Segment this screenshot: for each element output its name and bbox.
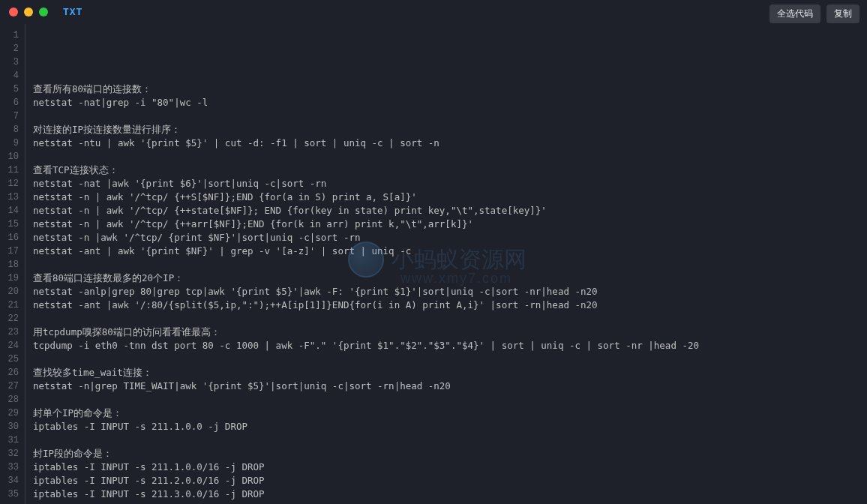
code-line: iptables -I INPUT -s 211.3.0.0/16 -j DRO…	[33, 488, 867, 501]
code-line: 封单个IP的命令是：	[33, 406, 867, 420]
code-line: netstat -ntu | awk '{print $5}' | cut -d…	[33, 136, 867, 150]
line-number: 29	[0, 406, 19, 420]
code-line	[33, 393, 867, 406]
line-number: 24	[0, 339, 19, 352]
maximize-icon[interactable]	[39, 8, 48, 16]
file-type-label: TXT	[63, 7, 82, 18]
code-line: tcpdump -i eth0 -tnn dst port 80 -c 1000…	[33, 339, 867, 352]
code-line: 查看所有80端口的连接数：	[33, 82, 867, 96]
line-number: 31	[0, 434, 19, 447]
line-number: 32	[0, 447, 19, 460]
line-number: 7	[0, 110, 19, 123]
code-line: iptables -I INPUT -s 211.2.0.0/16 -j DRO…	[33, 474, 867, 488]
line-number: 16	[0, 231, 19, 244]
code-line: 对连接的IP按连接数量进行排序：	[33, 123, 867, 136]
line-number: 14	[0, 204, 19, 218]
code-line: netstat -n | awk '/^tcp/ {++state[$NF]};…	[33, 204, 867, 218]
line-number: 9	[0, 136, 19, 150]
line-number: 6	[0, 96, 19, 110]
code-line: netstat -nat|grep -i "80"|wc -l	[33, 96, 867, 110]
code-line	[33, 110, 867, 123]
code-line: iptables -I INPUT -s 211.1.0.0/16 -j DRO…	[33, 460, 867, 474]
line-number: 20	[0, 285, 19, 298]
line-number: 30	[0, 420, 19, 434]
line-number: 18	[0, 258, 19, 272]
line-number: 21	[0, 298, 19, 312]
line-number: 11	[0, 164, 19, 177]
line-number: 13	[0, 190, 19, 204]
code-line: netstat -n | awk '/^tcp/ {++arr[$NF]};EN…	[33, 218, 867, 231]
line-number: 26	[0, 366, 19, 380]
code-line	[33, 69, 867, 82]
code-line: netstat -nat |awk '{print $6}'|sort|uniq…	[33, 177, 867, 190]
code-line: netstat -ant | awk '{print $NF}' | grep …	[33, 244, 867, 258]
line-number-gutter: 1234567891011121314151617181920212223242…	[0, 24, 26, 504]
titlebar: TXT	[0, 0, 867, 24]
code-line: netstat -anlp|grep 80|grep tcp|awk '{pri…	[33, 285, 867, 298]
line-number: 35	[0, 488, 19, 501]
code-line: netstat -n |awk '/^tcp/ {print $NF}'|sor…	[33, 231, 867, 244]
code-line: netstat -n | awk '/^tcp/ {++S[$NF]};END …	[33, 190, 867, 204]
toolbar: 全选代码 复制	[770, 4, 860, 23]
line-number: 22	[0, 312, 19, 326]
code-line: netstat -n|grep TIME_WAIT|awk '{print $5…	[33, 380, 867, 393]
code-line: 用tcpdump嗅探80端口的访问看看谁最高：	[33, 326, 867, 339]
code-line: 查找较多time_wait连接：	[33, 366, 867, 380]
code-editor: 1234567891011121314151617181920212223242…	[0, 24, 867, 504]
select-all-button[interactable]: 全选代码	[770, 4, 820, 23]
line-number: 5	[0, 82, 19, 96]
line-number: 1	[0, 28, 19, 42]
line-number: 10	[0, 150, 19, 164]
code-line	[33, 501, 867, 504]
code-line: netstat -ant |awk '/:80/{split($5,ip,":"…	[33, 298, 867, 312]
line-number: 2	[0, 42, 19, 56]
code-line	[33, 258, 867, 272]
code-line: 查看TCP连接状态：	[33, 164, 867, 177]
copy-button[interactable]: 复制	[826, 4, 860, 23]
code-line	[33, 434, 867, 447]
line-number: 23	[0, 326, 19, 339]
line-number: 33	[0, 460, 19, 474]
line-number: 28	[0, 393, 19, 406]
line-number: 19	[0, 272, 19, 285]
line-number: 25	[0, 352, 19, 366]
code-line: iptables -I INPUT -s 211.1.0.0 -j DROP	[33, 420, 867, 434]
code-line	[33, 352, 867, 366]
code-line: 封IP段的命令是：	[33, 447, 867, 460]
line-number: 8	[0, 123, 19, 136]
line-number: 12	[0, 177, 19, 190]
code-line: 查看80端口连接数最多的20个IP：	[33, 272, 867, 285]
line-number: 15	[0, 218, 19, 231]
code-line	[33, 150, 867, 164]
code-line	[33, 312, 867, 326]
line-number: 34	[0, 474, 19, 488]
window-controls	[9, 8, 48, 16]
close-icon[interactable]	[9, 8, 18, 16]
line-number: 17	[0, 244, 19, 258]
line-number: 4	[0, 69, 19, 82]
line-number: 27	[0, 380, 19, 393]
minimize-icon[interactable]	[24, 8, 33, 16]
line-number: 3	[0, 56, 19, 69]
code-area[interactable]: 小蚂蚁资源网 www.xmy7.com 查看所有80端口的连接数：netstat…	[26, 24, 867, 504]
